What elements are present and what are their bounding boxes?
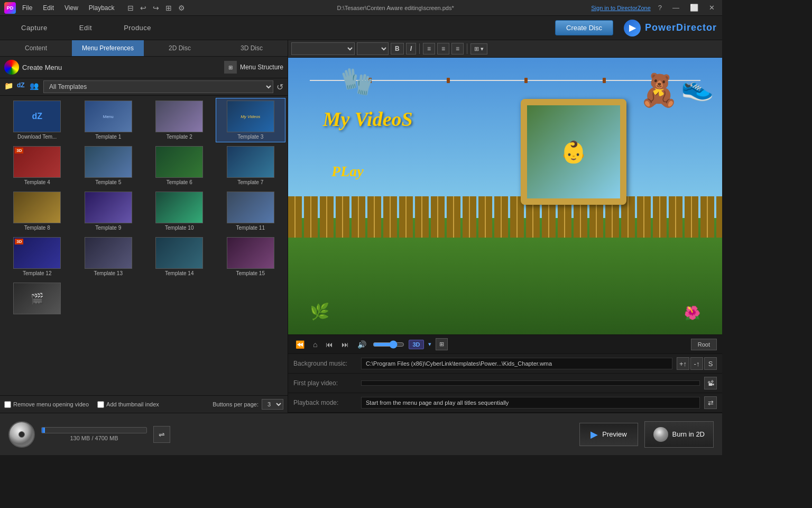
disc-progress-bar [41,427,147,433]
tab-menu-preferences[interactable]: Menu Preferences [72,40,144,56]
refresh-button[interactable]: ↺ [276,82,283,92]
bg-music-value: C:\Program Files (x86)\CyberLink\templat… [361,358,672,369]
folder-icon[interactable]: 📁 [4,81,15,92]
template-4[interactable]: 3D Template 4 [2,143,72,188]
template-thumb-15 [227,237,274,269]
template-thumb-6 [155,146,203,178]
preview-label: Preview [602,430,626,438]
font-size-select[interactable] [357,42,389,55]
add-thumbnail-row[interactable]: Add thumbnail index [97,401,159,408]
template-7[interactable]: Template 7 [216,143,286,188]
align-center-button[interactable]: ≡ [437,43,449,55]
title-bar-left: PD File Edit View Playback ⊟ ↩ ↪ ⊞ ⚙ [4,2,200,14]
template-thumb-13 [85,237,132,269]
burn-button[interactable]: Burn in 2D [644,421,714,448]
tab-2d-disc[interactable]: 2D Disc [144,40,216,56]
filter-dropdown[interactable]: All Templates [43,80,273,93]
add-thumbnail-checkbox[interactable] [97,401,104,408]
pb-home-btn[interactable]: ⌂ [311,339,319,350]
pb-back-btn[interactable]: ⏪ [293,339,307,350]
toolbar-grid-btn[interactable]: ⊟ [125,3,136,13]
tab-content[interactable]: Content [0,40,72,56]
transfer-button[interactable]: ⇌ [153,426,170,443]
tab-3d-disc[interactable]: 3D Disc [216,40,288,56]
root-button[interactable]: Root [691,339,717,350]
dz-icon[interactable]: dZ [17,81,27,92]
pb-3d-dropdown[interactable]: ▾ [428,341,431,348]
toolbar-redo-btn[interactable]: ↪ [151,3,161,13]
template-6[interactable]: Template 6 [144,143,215,188]
align-left-button[interactable]: ≡ [423,43,435,55]
menu-file[interactable]: File [18,3,36,13]
pd-logo-icon: ▶ [624,20,641,37]
toolbar-menu-btn[interactable]: ⊞ [163,3,174,13]
panel-tabs: Content Menu Preferences 2D Disc 3D Disc [0,40,288,57]
minimize-btn[interactable]: — [669,3,682,13]
playback-mode-value: Start from the menu page and play all ti… [361,397,700,409]
toolbar-settings-btn[interactable]: ⚙ [176,3,187,13]
menu-playback[interactable]: Playback [85,3,119,13]
template-15[interactable]: Template 15 [216,234,286,279]
template-9[interactable]: Template 9 [73,189,144,233]
template-11[interactable]: Template 11 [216,189,286,233]
templates-area[interactable]: dZ Download Tem... Menu Template 1 Templ… [0,96,288,395]
first-play-add-btn[interactable]: 📽 [704,377,717,389]
font-family-select[interactable] [291,42,355,55]
grid-view-btn[interactable]: ⊞ [436,338,448,350]
volume-slider[interactable] [373,340,404,349]
template-extra[interactable]: 🎬 [2,280,72,319]
template-8[interactable]: Template 8 [2,189,72,233]
create-disc-button[interactable]: Create Disc [555,20,613,35]
title-text: D:\Tesaser\Conten Aware editing\screen.p… [200,5,591,11]
nav-edit[interactable]: Edit [63,20,108,36]
menu-structure-button[interactable]: ⊞ Menu Structure [224,61,283,74]
nav-capture[interactable]: Capture [5,20,63,36]
template-10[interactable]: Template 10 [144,189,215,233]
menu-view[interactable]: View [60,3,82,13]
template-12[interactable]: 3D Template 12 [2,234,72,279]
remove-opening-checkbox[interactable] [4,401,11,408]
bg-music-remove-btn[interactable]: -↑ [690,357,703,370]
align-right-button[interactable]: ≡ [451,43,464,55]
play-text[interactable]: PLay [331,163,364,180]
toolbar-undo-btn[interactable]: ↩ [138,3,149,13]
main-layout: Content Menu Preferences 2D Disc 3D Disc… [0,40,722,413]
italic-button[interactable]: I [406,43,416,55]
bg-music-add-btn[interactable]: +↑ [677,357,689,370]
bottom-options: Remove menu opening video Add thumbnail … [0,395,288,413]
template-download[interactable]: dZ Download Tem... [2,98,72,142]
plant-decoration: 🌿 [310,302,329,321]
nav-produce[interactable]: Produce [108,20,167,36]
maximize-btn[interactable]: ⬜ [687,3,702,13]
remove-opening-row[interactable]: Remove menu opening video [4,401,89,408]
pb-next-btn[interactable]: ⏭ [339,339,351,350]
template-2[interactable]: Template 2 [144,98,215,142]
app-icon: PD [4,2,16,14]
template-label-12: Template 12 [23,270,51,276]
menu-edit[interactable]: Edit [39,3,58,13]
template-13[interactable]: Template 13 [73,234,144,279]
template-3[interactable]: My Videos Template 3 [216,98,286,142]
help-btn[interactable]: ? [655,3,665,13]
template-label-9: Template 9 [95,225,121,231]
pb-volume-btn[interactable]: 🔊 [355,339,368,350]
template-1[interactable]: Menu Template 1 [73,98,144,142]
info-rows: Background music: C:\Program Files (x86)… [288,353,722,413]
buttons-per-page-label: Buttons per page: [213,401,259,407]
sign-in-link[interactable]: Sign in to DirectorZone [591,5,651,11]
bg-music-settings-btn[interactable]: S [704,357,717,370]
playback-mode-change-btn[interactable]: ⇄ [704,396,717,409]
layout-button[interactable]: ⊞ ▾ [470,43,487,55]
buttons-per-page-select[interactable]: 3 4 6 [262,399,283,410]
template-label-14: Template 14 [165,270,193,276]
create-menu-button[interactable]: Create Menu [22,64,62,71]
preview-button[interactable]: ▶ Preview [579,423,638,446]
close-btn[interactable]: ✕ [706,3,718,13]
bold-button[interactable]: B [391,43,404,55]
people-icon[interactable]: 👥 [30,81,40,92]
template-14[interactable]: Template 14 [144,234,215,279]
template-thumb-extra: 🎬 [13,283,61,314]
template-label-13: Template 13 [94,270,123,276]
template-5[interactable]: Template 5 [73,143,144,188]
pb-prev-btn[interactable]: ⏮ [324,339,335,350]
